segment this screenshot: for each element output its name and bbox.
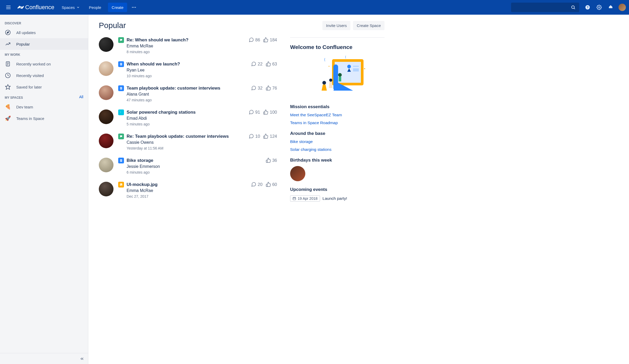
feed-item-title[interactable]: Solar powered charging stations [127, 110, 196, 115]
author-avatar[interactable] [99, 109, 113, 124]
sidebar-item-saved[interactable]: Saved for later [0, 81, 88, 93]
global-header: Confluence Spaces People Create ? [0, 0, 629, 15]
feed-item-time: Dec 27, 2017 [127, 194, 277, 198]
author-avatar[interactable] [99, 61, 113, 76]
feed-item-author[interactable]: Ryan Lee [127, 68, 277, 73]
sidebar-label-my-spaces: MY SPACES [0, 93, 28, 101]
chevron-down-icon [76, 5, 80, 9]
divider [290, 37, 384, 38]
panel-link[interactable]: Solar charging stations [290, 147, 384, 152]
app-switcher-button[interactable] [3, 2, 14, 13]
notifications-button[interactable] [605, 2, 616, 13]
feed-item-time: 8 minutes ago [127, 50, 277, 54]
nav-spaces[interactable]: Spaces [58, 2, 84, 13]
like-count[interactable]: 76 [266, 85, 277, 91]
feed-item-stats: 36 [266, 158, 277, 163]
event-date-badge[interactable]: 19 Apr 2018 [290, 195, 320, 202]
feed-item-author[interactable]: Cassie Owens [127, 140, 277, 145]
content-type-icon [118, 85, 124, 91]
feed-item[interactable]: Bike storage Jessie Emmerson 6 minutes a… [99, 158, 277, 174]
like-count[interactable]: 100 [263, 109, 277, 115]
help-icon: ? [585, 5, 590, 10]
comment-count[interactable]: 91 [249, 109, 260, 115]
author-avatar[interactable] [99, 85, 113, 100]
menu-icon [6, 4, 11, 10]
content-type-icon [118, 61, 124, 67]
feed-item[interactable]: Re: Team playbook update: customer inter… [99, 134, 277, 150]
svg-point-4 [133, 7, 134, 8]
help-button[interactable]: ? [582, 2, 593, 13]
author-avatar[interactable] [99, 158, 113, 172]
feed-item-time: 10 minutes ago [127, 74, 277, 78]
author-avatar[interactable] [99, 182, 113, 196]
feed-item-time: 5 minutes ago [127, 122, 277, 126]
comment-count[interactable]: 32 [251, 85, 262, 91]
sidebar-item-all-updates[interactable]: All updates [0, 27, 88, 38]
like-count[interactable]: 63 [266, 61, 277, 67]
feed-item-title[interactable]: UI-mockup.jpg [127, 182, 158, 187]
feed-item-title[interactable]: Team playbook update: customer interview… [127, 86, 220, 91]
feed-item[interactable]: UI-mockup.jpg Emma McRae Dec 27, 2017 20… [99, 182, 277, 198]
svg-text:?: ? [587, 5, 588, 9]
panel-link[interactable]: Meet the SeeSpaceEZ Team [290, 113, 384, 117]
svg-point-6 [572, 6, 574, 9]
feed-item-author[interactable]: Emma McRae [127, 188, 277, 193]
feed-item[interactable]: Re: When should we launch? Emma McRae 8 … [99, 37, 277, 54]
feed-item-author[interactable]: Emad Abdi [127, 116, 277, 121]
panel-link[interactable]: Teams in Space Roadmap [290, 120, 384, 125]
feed-item-title[interactable]: Bike storage [127, 158, 153, 163]
feed-item-author[interactable]: Alana Grant [127, 92, 277, 97]
feed-item[interactable]: " Solar powered charging stations Emad A… [99, 109, 277, 126]
svg-point-40 [322, 81, 326, 85]
action-buttons: Invite Users Create Space [290, 21, 384, 30]
feed-item[interactable]: Team playbook update: customer interview… [99, 85, 277, 102]
content-type-icon [118, 182, 124, 187]
more-actions-button[interactable] [129, 2, 139, 13]
content-type-icon [118, 37, 124, 43]
panel-link[interactable]: Bike storage [290, 139, 384, 144]
feed-item-title[interactable]: Re: Team playbook update: customer inter… [127, 134, 229, 139]
feed-item-author[interactable]: Emma McRae [127, 44, 277, 48]
feed-item-title[interactable]: When should we launch? [127, 62, 180, 67]
invite-users-button[interactable]: Invite Users [322, 21, 350, 30]
svg-rect-24 [121, 88, 122, 88]
svg-rect-25 [121, 88, 122, 89]
sidebar-item-recently-worked[interactable]: Recently worked on [0, 58, 88, 70]
svg-text:{: { [345, 56, 346, 58]
like-count[interactable]: 60 [266, 182, 277, 187]
author-avatar[interactable] [99, 37, 113, 52]
comment-count[interactable]: 10 [249, 134, 260, 139]
like-count[interactable]: 184 [263, 37, 277, 42]
settings-button[interactable] [594, 2, 604, 13]
like-count[interactable]: 36 [266, 158, 277, 163]
svg-rect-20 [121, 64, 122, 64]
feed-item-author[interactable]: Jessie Emmerson [127, 164, 277, 169]
panel-heading-events: Upcoming events [290, 187, 384, 192]
sidebar-item-popular[interactable]: Popular [0, 38, 88, 50]
feed-item-title[interactable]: Re: When should we launch? [127, 37, 188, 43]
user-avatar[interactable] [619, 4, 626, 11]
sidebar-item-recently-visited[interactable]: Recently visited [0, 70, 88, 81]
comment-count[interactable]: 20 [251, 182, 262, 187]
gear-icon [597, 5, 602, 10]
sidebar-space-teams-in-space[interactable]: 🚀 Teams in Space [0, 113, 88, 124]
sidebar-all-spaces-link[interactable]: All [79, 95, 83, 99]
sidebar-space-dev-team[interactable]: 🍕 Dev team [0, 101, 88, 113]
confluence-logo[interactable]: Confluence [15, 4, 56, 11]
sidebar-label-discover: DISCOVER [0, 18, 88, 27]
sidebar-collapse-button[interactable] [0, 353, 88, 364]
feed-item-stats: 2263 [251, 61, 277, 67]
birthday-avatar[interactable] [290, 166, 305, 181]
feed-item-time: Yesterday at 11:56 AM [127, 146, 277, 150]
svg-rect-39 [339, 77, 341, 81]
nav-people[interactable]: People [85, 2, 105, 13]
author-avatar[interactable] [99, 134, 113, 148]
create-button[interactable]: Create [108, 3, 127, 12]
comment-count[interactable]: 22 [251, 61, 262, 67]
feed-item[interactable]: When should we launch? Ryan Lee 10 minut… [99, 61, 277, 78]
comment-count[interactable]: 86 [249, 37, 260, 42]
search-input[interactable] [511, 3, 579, 12]
create-space-button[interactable]: Create Space [353, 21, 384, 30]
feed-item-stats: 10124 [249, 134, 277, 139]
like-count[interactable]: 124 [263, 134, 277, 139]
